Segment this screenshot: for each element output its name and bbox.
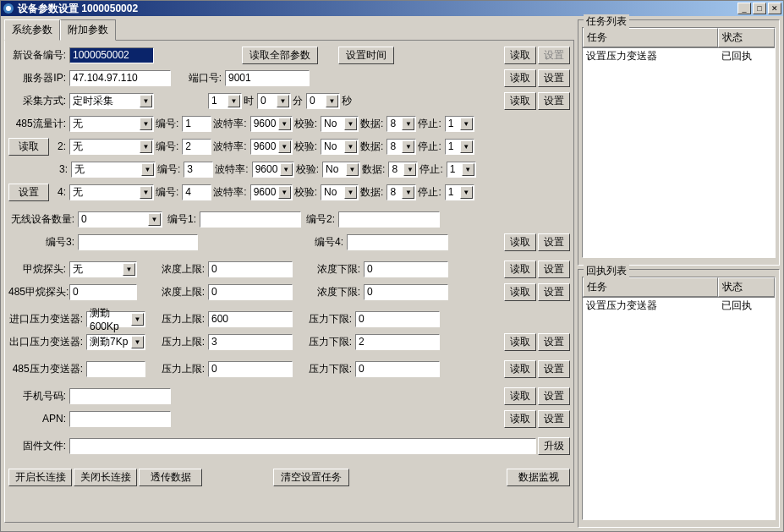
read-button-methane485[interactable]: 读取 [504, 283, 536, 301]
minute-combo[interactable]: 0▼ [257, 93, 291, 109]
flow2-stop-combo[interactable]: 1▼ [445, 139, 474, 155]
set-button-pressure[interactable]: 设置 [538, 333, 570, 351]
flow4-data-combo[interactable]: 8▼ [387, 184, 416, 200]
methane485-lower-input[interactable] [364, 284, 448, 300]
chevron-down-icon[interactable]: ▼ [148, 213, 161, 226]
chevron-down-icon[interactable]: ▼ [402, 118, 414, 130]
methane-type-combo[interactable]: 无▼ [69, 261, 137, 277]
firmware-input[interactable] [69, 438, 536, 454]
task-header-task[interactable]: 任务 [583, 28, 718, 47]
wnum1-input[interactable] [200, 211, 301, 228]
read-button-3[interactable]: 读取 [504, 92, 536, 110]
second-combo[interactable]: 0▼ [306, 93, 340, 109]
set-button-apn[interactable]: 设置 [538, 410, 570, 428]
set-button-flow[interactable]: 设置 [8, 184, 49, 201]
chevron-down-icon[interactable]: ▼ [277, 95, 289, 107]
chevron-down-icon[interactable]: ▼ [460, 186, 473, 199]
tab-extra-params[interactable]: 附加参数 [60, 19, 116, 41]
wnum3-input[interactable] [78, 234, 198, 250]
inlet-upper-input[interactable] [208, 311, 293, 327]
set-button-methane485[interactable]: 设置 [538, 283, 570, 301]
task-header-status[interactable]: 状态 [718, 28, 775, 47]
set-button-3[interactable]: 设置 [538, 92, 570, 110]
flow3-num-input[interactable] [184, 162, 213, 178]
chevron-down-icon[interactable]: ▼ [402, 186, 414, 199]
hour-combo[interactable]: 1▼ [208, 93, 242, 109]
phone-input[interactable] [69, 388, 171, 404]
read-button-apn[interactable]: 读取 [504, 410, 536, 428]
chevron-down-icon[interactable]: ▼ [326, 95, 338, 107]
inlet-lower-input[interactable] [355, 311, 440, 327]
close-long-button[interactable]: 关闭长连接 [74, 469, 137, 486]
retransmit-button[interactable]: 透传数据 [139, 469, 202, 486]
device-id-input[interactable] [69, 47, 154, 63]
set-time-button[interactable]: 设置时间 [338, 47, 394, 64]
flow1-check-combo[interactable]: No▼ [321, 116, 359, 132]
minimize-button[interactable]: _ [737, 3, 751, 14]
flow2-baud-combo[interactable]: 9600▼ [250, 139, 293, 155]
upgrade-button[interactable]: 升级 [538, 437, 570, 455]
chevron-down-icon[interactable]: ▼ [344, 140, 357, 153]
chevron-down-icon[interactable]: ▼ [462, 163, 474, 176]
server-ip-input[interactable] [69, 70, 171, 86]
maximize-button[interactable]: □ [753, 3, 766, 14]
task-list-row[interactable]: 设置压力变送器 已回执 [583, 48, 775, 64]
chevron-down-icon[interactable]: ▼ [278, 140, 291, 153]
chevron-down-icon[interactable]: ▼ [140, 118, 152, 130]
inlet-model-combo[interactable]: 测勤600Kp▼ [86, 311, 145, 327]
chevron-down-icon[interactable]: ▼ [131, 336, 144, 348]
read-button-phone[interactable]: 读取 [504, 387, 536, 405]
receipt-header-status[interactable]: 状态 [718, 277, 775, 297]
set-button-p485[interactable]: 设置 [538, 360, 570, 378]
read-all-button[interactable]: 读取全部参数 [242, 47, 318, 64]
read-button-methane[interactable]: 读取 [504, 261, 536, 278]
chevron-down-icon[interactable]: ▼ [402, 140, 414, 153]
flow4-stop-combo[interactable]: 1▼ [445, 184, 474, 200]
flow3-check-combo[interactable]: No▼ [322, 162, 360, 178]
outlet-lower-input[interactable] [355, 334, 440, 350]
set-button-2[interactable]: 设置 [538, 69, 570, 87]
flow3-baud-combo[interactable]: 9600▼ [252, 162, 294, 178]
receipt-header-task[interactable]: 任务 [583, 277, 718, 297]
wnum2-input[interactable] [338, 211, 440, 228]
chevron-down-icon[interactable]: ▼ [140, 186, 152, 199]
wireless-count-combo[interactable]: 0▼ [78, 211, 162, 228]
flow3-stop-combo[interactable]: 1▼ [447, 162, 476, 178]
outlet-model-combo[interactable]: 测勤7Kp▼ [86, 334, 145, 350]
methane485-input[interactable] [69, 284, 137, 300]
chevron-down-icon[interactable]: ▼ [278, 186, 291, 199]
close-button[interactable]: ✕ [768, 3, 781, 14]
set-button-1[interactable]: 设置 [538, 47, 570, 64]
flow1-stop-combo[interactable]: 1▼ [445, 116, 474, 132]
chevron-down-icon[interactable]: ▼ [344, 186, 357, 199]
collect-mode-combo[interactable]: 定时采集▼ [69, 93, 154, 109]
methane-lower-input[interactable] [364, 261, 448, 277]
flow1-data-combo[interactable]: 8▼ [387, 116, 416, 132]
outlet-upper-input[interactable] [208, 334, 293, 350]
chevron-down-icon[interactable]: ▼ [460, 118, 473, 130]
read-button-2[interactable]: 读取 [504, 69, 536, 87]
wnum4-input[interactable] [347, 234, 448, 250]
read-button-pressure[interactable]: 读取 [504, 333, 536, 351]
read-button-wireless[interactable]: 读取 [504, 233, 536, 251]
tab-system-params[interactable]: 系统参数 [4, 19, 60, 41]
set-button-wireless[interactable]: 设置 [538, 233, 570, 251]
flow1-num-input[interactable] [182, 116, 211, 132]
flow4-check-combo[interactable]: No▼ [321, 184, 359, 200]
chevron-down-icon[interactable]: ▼ [141, 163, 154, 176]
chevron-down-icon[interactable]: ▼ [403, 163, 416, 176]
read-button-flow[interactable]: 读取 [8, 138, 49, 156]
p485-lower-input[interactable] [355, 361, 440, 377]
flow1-type-combo[interactable]: 无▼ [69, 116, 154, 132]
flow3-type-combo[interactable]: 无▼ [71, 162, 156, 178]
chevron-down-icon[interactable]: ▼ [460, 140, 473, 153]
clear-task-button[interactable]: 清空设置任务 [273, 469, 349, 486]
flow4-num-input[interactable] [182, 184, 211, 200]
methane485-upper-input[interactable] [208, 284, 293, 300]
methane-upper-input[interactable] [208, 261, 293, 277]
receipt-list-row[interactable]: 设置压力变送器 已回执 [583, 298, 775, 314]
chevron-down-icon[interactable]: ▼ [344, 118, 357, 130]
chevron-down-icon[interactable]: ▼ [140, 95, 152, 107]
flow3-data-combo[interactable]: 8▼ [388, 162, 418, 178]
monitor-button[interactable]: 数据监视 [507, 469, 570, 486]
